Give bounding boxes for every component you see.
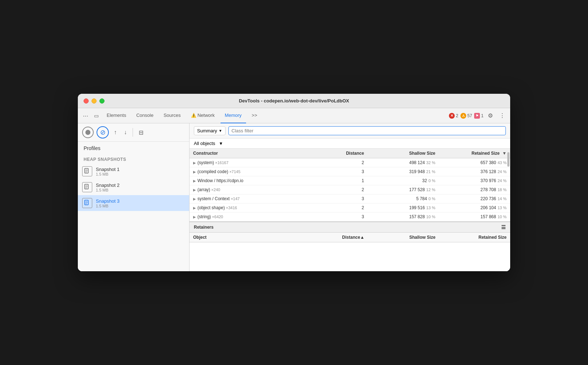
retained-pct-0: 43 % bbox=[498, 160, 507, 165]
snapshot-3-size: 1.5 MB bbox=[96, 204, 120, 208]
panel-toolbar: Summary ▼ bbox=[190, 123, 510, 138]
device-button[interactable]: ▭ bbox=[92, 111, 101, 120]
snapshot-3-info: Snapshot 3 1.5 MB bbox=[96, 198, 120, 208]
inspector-button[interactable]: ⋯ bbox=[81, 111, 90, 120]
expand-arrow-0: ▶ bbox=[193, 161, 196, 165]
ret-shallow-size-col-header: Shallow Size bbox=[368, 233, 439, 242]
count-label-5: ×3416 bbox=[226, 206, 237, 210]
ret-distance-col-header: Distance▲ bbox=[332, 233, 368, 242]
snapshot-item-1[interactable]: Snapshot 1 1.5 MB bbox=[78, 163, 189, 179]
main-content: ⊘ ↑ ↓ ⊟ Profiles HEAP SNAPSHOTS bbox=[78, 123, 510, 271]
clear-button[interactable]: ⊘ bbox=[97, 126, 109, 138]
retained-size-cell-5: 206 10413 % bbox=[439, 203, 510, 212]
snapshot-2-info: Snapshot 2 1.5 MB bbox=[96, 182, 120, 192]
constructor-name-1: (compiled code) bbox=[197, 169, 228, 174]
retainers-menu-icon: ☰ bbox=[501, 224, 506, 230]
heap-table-row[interactable]: ▶(compiled code)×71453319 94821 %376 128… bbox=[190, 167, 510, 176]
retained-size-col-header: Retained Size ▼ bbox=[439, 149, 510, 158]
scrollbar[interactable] bbox=[507, 152, 509, 167]
heap-table: Constructor Distance Shallow Size Retain… bbox=[190, 149, 510, 221]
more-tabs-button[interactable]: >> bbox=[248, 108, 262, 123]
heap-table-row[interactable]: ▶(system)×161672498 12432 %657 38043 % bbox=[190, 158, 510, 167]
heap-table-row[interactable]: ▶(object shape)×34162199 51613 %206 1041… bbox=[190, 203, 510, 212]
upload-button[interactable]: ↑ bbox=[112, 128, 119, 137]
heap-table-header: Constructor Distance Shallow Size Retain… bbox=[190, 149, 510, 158]
shallow-size-cell-5: 199 51613 % bbox=[368, 203, 439, 212]
heap-table-row[interactable]: ▶system / Context×14735 7840 %220 73614 … bbox=[190, 194, 510, 203]
maximize-button[interactable] bbox=[99, 98, 104, 104]
heap-table-body: ▶(system)×161672498 12432 %657 38043 %▶(… bbox=[190, 158, 510, 221]
retained-pct-1: 24 % bbox=[498, 170, 507, 174]
tab-network[interactable]: Network bbox=[187, 108, 219, 123]
more-options-button[interactable]: ⋮ bbox=[497, 111, 507, 120]
distance-cell-2: 1 bbox=[332, 176, 368, 185]
summary-dropdown[interactable]: Summary ▼ bbox=[194, 126, 226, 135]
count-label-0: ×16167 bbox=[215, 160, 228, 165]
tab-console[interactable]: Console bbox=[132, 108, 158, 123]
shallow-size-cell-6: 157 82810 % bbox=[368, 212, 439, 221]
heap-table-row[interactable]: ▶Window / https://cdpn.io1320 %370 97624… bbox=[190, 176, 510, 185]
retainers-table-header: Object Distance▲ Shallow Size Retained S… bbox=[190, 233, 510, 242]
shallow-size-cell-0: 498 12432 % bbox=[368, 158, 439, 167]
warning-count: 57 bbox=[467, 113, 472, 118]
retained-size-cell-2: 370 97624 % bbox=[439, 176, 510, 185]
warning-badge: ⚠ 57 bbox=[460, 113, 472, 119]
close-button[interactable] bbox=[84, 98, 89, 104]
shallow-pct-3: 12 % bbox=[426, 188, 435, 192]
heap-table-container: Constructor Distance Shallow Size Retain… bbox=[190, 149, 510, 221]
snapshot-item-2[interactable]: Snapshot 2 1.5 MB bbox=[78, 179, 189, 195]
tab-elements[interactable]: Elements bbox=[102, 108, 130, 123]
snapshot-item-3[interactable]: Snapshot 3 1.5 MB bbox=[78, 195, 189, 211]
heap-table-row[interactable]: ▶(string)×64203157 82810 %157 86810 % bbox=[190, 212, 510, 221]
snapshot-2-size: 1.5 MB bbox=[96, 188, 120, 192]
expand-arrow-3: ▶ bbox=[193, 188, 196, 192]
retained-pct-3: 18 % bbox=[498, 188, 507, 192]
tab-memory[interactable]: Memory bbox=[220, 108, 246, 123]
download-button[interactable]: ↓ bbox=[122, 128, 129, 137]
expand-arrow-2: ▶ bbox=[193, 179, 196, 183]
summary-chevron-icon: ▼ bbox=[219, 129, 222, 133]
count-label-3: ×240 bbox=[211, 188, 220, 192]
expand-arrow-5: ▶ bbox=[193, 206, 196, 210]
collect-garbage-button[interactable]: ⊟ bbox=[137, 128, 146, 137]
distance-cell-3: 2 bbox=[332, 185, 368, 194]
toolbar-separator bbox=[133, 128, 133, 137]
sort-desc-icon: ▼ bbox=[502, 151, 507, 156]
clear-icon: ⊘ bbox=[100, 128, 106, 136]
retained-size-cell-3: 278 70818 % bbox=[439, 185, 510, 194]
sidebar: ⊘ ↑ ↓ ⊟ Profiles HEAP SNAPSHOTS bbox=[78, 123, 190, 271]
ret-retained-size-col-header: Retained Size bbox=[439, 233, 510, 242]
constructor-name-5: (object shape) bbox=[197, 205, 225, 210]
shallow-pct-1: 21 % bbox=[426, 170, 435, 174]
error-count: 2 bbox=[456, 113, 458, 118]
heap-table-row[interactable]: ▶(array)×2402177 52812 %278 70818 % bbox=[190, 185, 510, 194]
issue-count: 1 bbox=[481, 113, 484, 118]
shallow-pct-0: 32 % bbox=[426, 160, 435, 165]
minimize-button[interactable] bbox=[92, 98, 97, 104]
count-label-1: ×7145 bbox=[229, 170, 240, 174]
error-badge: ✕ 2 bbox=[449, 113, 458, 119]
distance-cell-0: 2 bbox=[332, 158, 368, 167]
warning-icon: ⚠ bbox=[460, 113, 466, 119]
count-label-6: ×6420 bbox=[212, 215, 223, 219]
settings-button[interactable]: ⚙ bbox=[486, 111, 495, 120]
main-toolbar: ⋯ ▭ Elements Console Sources Network Mem… bbox=[78, 108, 510, 123]
retainers-table-body bbox=[190, 242, 510, 271]
distance-cell-4: 3 bbox=[332, 194, 368, 203]
all-objects-label: All objects bbox=[194, 141, 215, 146]
retained-size-cell-0: 657 38043 % bbox=[439, 158, 510, 167]
record-dot bbox=[85, 130, 90, 135]
tab-sources[interactable]: Sources bbox=[159, 108, 185, 123]
all-objects-dropdown[interactable]: All objects ▼ bbox=[194, 141, 223, 146]
record-button[interactable] bbox=[82, 127, 94, 138]
right-panel: Summary ▼ All objects ▼ bbox=[190, 123, 510, 271]
snapshot-3-name: Snapshot 3 bbox=[96, 198, 120, 204]
retainers-table: Object Distance▲ Shallow Size Retained S… bbox=[190, 233, 510, 271]
shallow-pct-5: 13 % bbox=[426, 206, 435, 210]
retainers-header: Retainers ☰ bbox=[190, 221, 510, 233]
snapshot-1-info: Snapshot 1 1.5 MB bbox=[96, 167, 120, 176]
shallow-size-cell-1: 319 94821 % bbox=[368, 167, 439, 176]
shallow-size-cell-4: 5 7840 % bbox=[368, 194, 439, 203]
class-filter-input[interactable] bbox=[228, 126, 506, 135]
object-col-header: Object bbox=[190, 233, 332, 242]
